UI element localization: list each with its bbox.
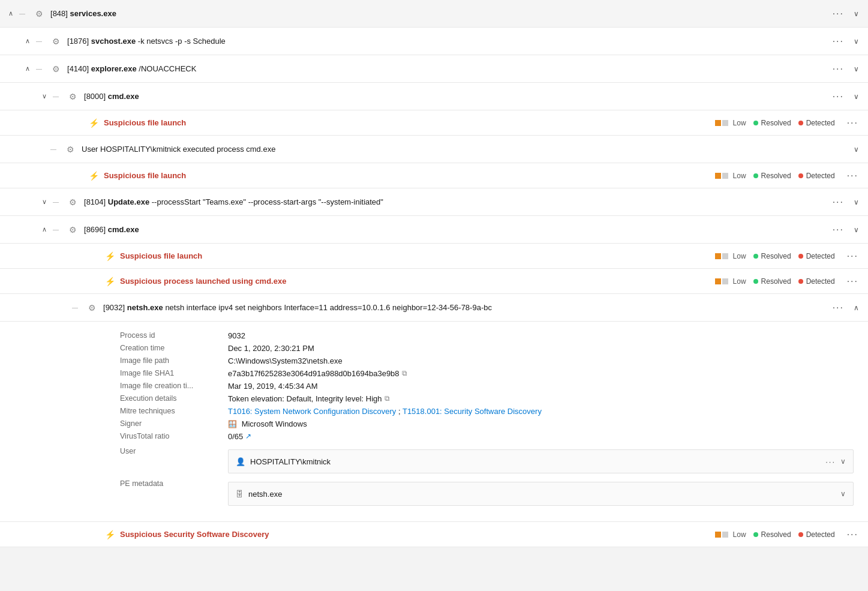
chevron-collapse-cmd8696[interactable]: ∧ [38,224,50,236]
ellipsis-menu-update[interactable]: ··· [828,196,849,209]
ellipsis-alert-5[interactable]: ··· [842,528,863,541]
mitre-link-1[interactable]: T1016: System Network Configuration Disc… [228,407,396,416]
process-row-services[interactable]: ∧ — ⚙ [848] services.exe ··· ∨ [0,0,868,28]
alert-row-suspicious-file-launch-2[interactable]: ⚡ Suspicious file launch Low Resolved De… [0,163,868,188]
process-row-explorer[interactable]: ∧ — ⚙ [4140] explorer.exe /NOUACCHECK ··… [0,55,868,83]
expand-pe[interactable]: ∨ [840,490,846,498]
expand-btn-update[interactable]: ∨ [849,195,863,209]
ellipsis-menu-cmd8000[interactable]: ··· [828,90,849,103]
status-resolved-5: Resolved [753,530,791,539]
process-row-svchost[interactable]: ∧ — ⚙ [1876] svchost.exe -k netsvcs -p -… [0,28,868,55]
detail-row-signer: Signer 🪟 Microsoft Windows [120,419,854,428]
alert-icon-5: ⚡ [105,530,115,539]
severity-block-3: Low [715,252,746,260]
copy-icon-execution[interactable]: ⧉ [385,394,390,403]
mitre-link-2[interactable]: T1518.001: Security Software Discovery [403,407,542,416]
sq-filled-4 [715,278,721,284]
file-icon: 🗄 [236,490,244,499]
detail-row-user: User 👤 HOSPITALITY\kmitnick ··· ∨ [120,447,854,476]
ellipsis-alert-3[interactable]: ··· [842,250,863,263]
process-row-update[interactable]: ∨ — ⚙ [8104] Update.exe --processStart "… [0,188,868,216]
expand-btn-explorer[interactable]: ∨ [849,62,863,76]
alert-icon-1: ⚡ [89,118,99,128]
detail-label-pe-metadata: PE metadata [120,479,228,488]
process-row-user-cmd[interactable]: — ⚙ User HOSPITALITY\kmitnick executed p… [0,136,868,163]
ellipsis-alert-2[interactable]: ··· [842,169,863,182]
ellipsis-alert-1[interactable]: ··· [842,116,863,130]
detail-value-execution: Token elevation: Default, Integrity leve… [228,394,382,403]
detail-row-pe-metadata: PE metadata 🗄 netsh.exe ∨ [120,479,854,508]
chevron-collapse-svchost[interactable]: ∧ [22,35,34,47]
status-detected-1: Detected [798,119,835,127]
copy-icon-sha1[interactable]: ⧉ [402,369,407,377]
expand-btn-services[interactable]: ∨ [849,7,863,21]
sq-filled-5 [715,532,721,538]
severity-label-3: Low [733,252,746,260]
severity-squares-4 [715,278,728,284]
ellipsis-menu-services[interactable]: ··· [828,7,849,20]
alert-title-3: Suspicious file launch [120,251,715,260]
alert-row-suspicious-file-launch-3[interactable]: ⚡ Suspicious file launch Low Resolved De… [0,244,868,269]
process-title-services: [848] services.exe [50,9,828,18]
expand-btn-netsh[interactable]: ∧ [849,301,863,315]
ellipsis-menu-cmd8696[interactable]: ··· [828,223,849,236]
expand-btn-cmd8696[interactable]: ∨ [849,223,863,237]
alert-icon-4: ⚡ [105,277,115,286]
user-icon: 👤 [236,457,245,466]
expand-btn-cmd8000[interactable]: ∨ [849,89,863,104]
severity-label-5: Low [733,530,746,539]
process-title-explorer: [4140] explorer.exe /NOUACCHECK [67,64,828,73]
chevron-expand-cmd-8000[interactable]: ∨ [38,91,50,103]
ellipsis-alert-4[interactable]: ··· [842,275,863,288]
sub-row-pe-metadata[interactable]: 🗄 netsh.exe ∨ [228,482,854,506]
dot-red-5 [798,532,803,537]
alert-title-2: Suspicious file launch [104,171,715,180]
detail-row-mitre: Mitre techniques T1016: System Network C… [120,407,854,416]
sub-row-user[interactable]: 👤 HOSPITALITY\kmitnick ··· ∨ [228,449,854,473]
dot-green-4 [753,279,758,284]
ellipsis-menu-explorer[interactable]: ··· [828,62,849,76]
signer-icon: 🪟 [228,420,237,428]
expand-btn-user[interactable]: ∨ [849,142,863,157]
ellipsis-menu-svchost[interactable]: ··· [828,35,849,48]
ellipsis-menu-netsh[interactable]: ··· [828,301,849,314]
sq-empty-2 [722,173,728,179]
severity-block-4: Low [715,277,746,286]
tree-line-cmd8696: — [53,226,65,233]
tree-line-netsh: — [72,304,84,311]
expand-btn-svchost[interactable]: ∨ [849,34,863,49]
chevron-collapse-services[interactable]: ∧ [5,8,17,20]
detail-label-user: User [120,447,228,455]
alert-row-security-software[interactable]: ⚡ Suspicious Security Software Discovery… [0,522,868,547]
detail-label-sha1: Image file SHA1 [120,369,228,377]
detail-value-mitre: T1016: System Network Configuration Disc… [228,407,542,416]
severity-block-2: Low [715,172,746,180]
gear-icon-netsh: ⚙ [85,301,98,314]
chevron-collapse-explorer[interactable]: ∧ [22,63,34,75]
detail-row-filepath: Image file path C:\Windows\System32\nets… [120,356,854,365]
status-resolved-4: Resolved [753,277,791,286]
alert-row-suspicious-process-cmd[interactable]: ⚡ Suspicious process launched using cmd.… [0,269,868,294]
expand-user[interactable]: ∨ [840,457,846,466]
severity-label-4: Low [733,277,746,286]
external-link-virustotal[interactable]: ↗ [245,432,251,440]
process-row-cmd-8000[interactable]: ∨ — ⚙ [8000] cmd.exe ··· ∨ [0,83,868,110]
status-resolved-1: Resolved [753,119,791,127]
detail-label-virustotal: VirusTotal ratio [120,432,228,440]
status-detected-2: Detected [798,172,835,180]
alert-row-suspicious-file-launch-1[interactable]: ⚡ Suspicious file launch Low Resolved De… [0,110,868,136]
detail-value-creation-time: Dec 1, 2020, 2:30:21 PM [228,344,314,353]
process-row-netsh[interactable]: — ⚙ [9032] netsh.exe netsh interface ipv… [0,294,868,322]
sq-empty-3 [722,253,728,259]
user-section: 👤 HOSPITALITY\kmitnick ··· ∨ [228,447,854,476]
process-row-cmd-8696[interactable]: ∧ — ⚙ [8696] cmd.exe ··· ∨ [0,216,868,244]
detail-label-execution: Execution details [120,394,228,403]
gear-icon-update: ⚙ [66,196,79,209]
detail-row-creation-time: Creation time Dec 1, 2020, 2:30:21 PM [120,344,854,353]
detail-row-execution: Execution details Token elevation: Defau… [120,394,854,403]
detail-value-signer: 🪟 Microsoft Windows [228,419,307,428]
chevron-expand-update[interactable]: ∨ [38,196,50,208]
ellipsis-user[interactable]: ··· [825,457,836,466]
sq-filled-1 [715,120,721,126]
tree-line-user: — [50,146,62,152]
